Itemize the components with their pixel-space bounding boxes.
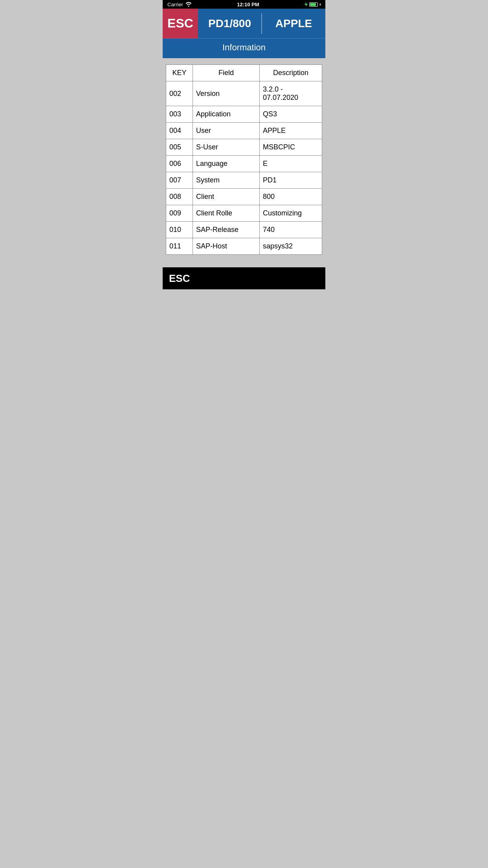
cell-key: 003 <box>166 106 193 123</box>
status-bar-left: Carrier <box>167 2 192 7</box>
header: ESC PD1/800 APPLE <box>163 9 325 38</box>
cell-description: Customizing <box>260 205 322 222</box>
battery-tip <box>320 4 321 6</box>
status-bar-time: 12:10 PM <box>237 2 259 7</box>
col-header-description: Description <box>260 65 322 81</box>
table-row: 007SystemPD1 <box>166 172 322 189</box>
cell-key: 007 <box>166 172 193 189</box>
table-row: 005S-UserMSBCPIC <box>166 139 322 156</box>
table-row: 011SAP-Hostsapsys32 <box>166 238 322 255</box>
cell-description: 3.2.0 - 07.07.2020 <box>260 81 322 106</box>
battery-icon <box>309 2 318 7</box>
info-title: Information <box>222 42 266 52</box>
table-row: 006LanguageE <box>166 156 322 172</box>
table-row: 002Version3.2.0 - 07.07.2020 <box>166 81 322 106</box>
table-row: 003ApplicationQS3 <box>166 106 322 123</box>
table-row: 008Client800 <box>166 189 322 205</box>
carrier-label: Carrier <box>167 2 183 7</box>
cell-key: 004 <box>166 123 193 139</box>
cell-key: 011 <box>166 238 193 255</box>
cell-key: 010 <box>166 222 193 238</box>
cell-description: 800 <box>260 189 322 205</box>
cell-key: 006 <box>166 156 193 172</box>
info-bar: Information <box>163 38 325 58</box>
cell-key: 005 <box>166 139 193 156</box>
cell-field: S-User <box>193 139 260 156</box>
svg-marker-0 <box>305 2 308 7</box>
cell-field: Client Rolle <box>193 205 260 222</box>
cell-key: 009 <box>166 205 193 222</box>
info-table: KEY Field Description 002Version3.2.0 - … <box>166 64 322 255</box>
table-row: 004UserAPPLE <box>166 123 322 139</box>
cell-field: SAP-Release <box>193 222 260 238</box>
cell-field: Version <box>193 81 260 106</box>
battery-fill <box>310 3 316 6</box>
header-title-section: PD1/800 APPLE <box>198 9 325 38</box>
main-content: KEY Field Description 002Version3.2.0 - … <box>163 58 325 267</box>
status-bar-right <box>305 2 321 7</box>
table-header-row: KEY Field Description <box>166 65 322 81</box>
cell-description: 740 <box>260 222 322 238</box>
cell-field: Application <box>193 106 260 123</box>
cell-description: E <box>260 156 322 172</box>
table-row: 009Client RolleCustomizing <box>166 205 322 222</box>
cell-field: System <box>193 172 260 189</box>
esc-button[interactable]: ESC <box>163 9 198 38</box>
table-row: 010SAP-Release740 <box>166 222 322 238</box>
cell-description: APPLE <box>260 123 322 139</box>
cell-field: Language <box>193 156 260 172</box>
cell-key: 008 <box>166 189 193 205</box>
status-bar: Carrier 12:10 PM <box>163 0 325 9</box>
cell-description: MSBCPIC <box>260 139 322 156</box>
header-top: ESC PD1/800 APPLE <box>163 9 325 38</box>
cell-description: PD1 <box>260 172 322 189</box>
wifi-icon <box>185 2 192 7</box>
cell-field: User <box>193 123 260 139</box>
footer[interactable]: ESC <box>163 267 325 289</box>
footer-esc-label: ESC <box>169 272 190 285</box>
cell-description: QS3 <box>260 106 322 123</box>
cell-key: 002 <box>166 81 193 106</box>
cell-field: SAP-Host <box>193 238 260 255</box>
charging-icon <box>305 2 308 7</box>
col-header-field: Field <box>193 65 260 81</box>
header-user-label: APPLE <box>262 13 325 34</box>
cell-description: sapsys32 <box>260 238 322 255</box>
col-header-key: KEY <box>166 65 193 81</box>
cell-field: Client <box>193 189 260 205</box>
header-system-label: PD1/800 <box>198 13 262 34</box>
